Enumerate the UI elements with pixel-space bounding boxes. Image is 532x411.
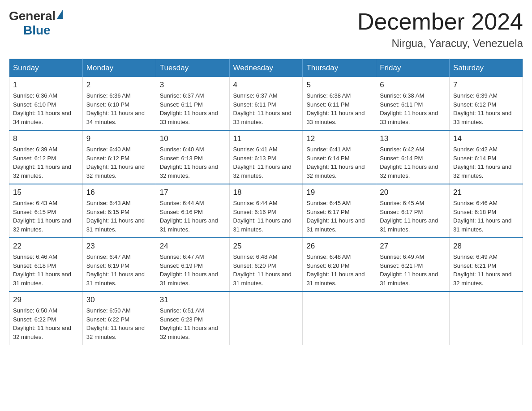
calendar-cell: 11 Sunrise: 6:41 AMSunset: 6:13 PMDaylig… — [229, 130, 303, 184]
page-header: General Blue December 2024 Nirgua, Yarac… — [9, 9, 523, 50]
calendar-week-row: 1 Sunrise: 6:36 AMSunset: 6:10 PMDayligh… — [9, 77, 523, 130]
day-info: Sunrise: 6:37 AMSunset: 6:11 PMDaylight:… — [233, 91, 299, 126]
logo-blue-text: Blue — [23, 23, 51, 38]
day-info: Sunrise: 6:51 AMSunset: 6:23 PMDaylight:… — [160, 306, 226, 341]
calendar-cell: 31 Sunrise: 6:51 AMSunset: 6:23 PMDaylig… — [156, 291, 229, 345]
day-number: 30 — [86, 295, 152, 304]
day-info: Sunrise: 6:45 AMSunset: 6:17 PMDaylight:… — [380, 199, 446, 234]
logo-general-text: General — [9, 9, 56, 23]
calendar-cell: 26 Sunrise: 6:48 AMSunset: 6:20 PMDaylig… — [303, 238, 376, 291]
calendar-cell: 8 Sunrise: 6:39 AMSunset: 6:12 PMDayligh… — [9, 130, 83, 184]
day-info: Sunrise: 6:47 AMSunset: 6:19 PMDaylight:… — [86, 253, 152, 287]
calendar-cell — [303, 291, 376, 345]
calendar-cell: 5 Sunrise: 6:38 AMSunset: 6:11 PMDayligh… — [303, 77, 376, 130]
day-number: 8 — [13, 134, 79, 143]
day-info: Sunrise: 6:48 AMSunset: 6:20 PMDaylight:… — [306, 253, 372, 287]
calendar-cell: 14 Sunrise: 6:42 AMSunset: 6:14 PMDaylig… — [450, 130, 523, 184]
day-number: 9 — [86, 134, 152, 143]
calendar-cell: 27 Sunrise: 6:49 AMSunset: 6:21 PMDaylig… — [376, 238, 450, 291]
day-info: Sunrise: 6:47 AMSunset: 6:19 PMDaylight:… — [160, 253, 226, 287]
day-number: 28 — [453, 242, 519, 251]
day-info: Sunrise: 6:45 AMSunset: 6:17 PMDaylight:… — [306, 199, 372, 234]
day-info: Sunrise: 6:46 AMSunset: 6:18 PMDaylight:… — [453, 199, 519, 234]
day-info: Sunrise: 6:44 AMSunset: 6:16 PMDaylight:… — [233, 199, 299, 234]
calendar-cell: 22 Sunrise: 6:46 AMSunset: 6:18 PMDaylig… — [9, 238, 83, 291]
day-number: 3 — [160, 81, 226, 90]
month-title: December 2024 — [357, 9, 523, 34]
calendar-cell: 28 Sunrise: 6:49 AMSunset: 6:21 PMDaylig… — [450, 238, 523, 291]
calendar-cell: 3 Sunrise: 6:37 AMSunset: 6:11 PMDayligh… — [156, 77, 229, 130]
day-number: 25 — [233, 242, 299, 251]
day-info: Sunrise: 6:49 AMSunset: 6:21 PMDaylight:… — [453, 253, 519, 287]
calendar-header-row: SundayMondayTuesdayWednesdayThursdayFrid… — [9, 59, 523, 77]
column-header-thursday: Thursday — [303, 59, 376, 77]
day-number: 17 — [160, 188, 226, 197]
calendar-cell: 19 Sunrise: 6:45 AMSunset: 6:17 PMDaylig… — [303, 184, 376, 238]
calendar-cell: 6 Sunrise: 6:38 AMSunset: 6:11 PMDayligh… — [376, 77, 450, 130]
column-header-saturday: Saturday — [450, 59, 523, 77]
calendar-week-row: 15 Sunrise: 6:43 AMSunset: 6:15 PMDaylig… — [9, 184, 523, 238]
day-info: Sunrise: 6:42 AMSunset: 6:14 PMDaylight:… — [453, 145, 519, 180]
calendar-week-row: 22 Sunrise: 6:46 AMSunset: 6:18 PMDaylig… — [9, 238, 523, 291]
calendar-cell: 18 Sunrise: 6:44 AMSunset: 6:16 PMDaylig… — [229, 184, 303, 238]
day-info: Sunrise: 6:38 AMSunset: 6:11 PMDaylight:… — [380, 91, 446, 126]
day-info: Sunrise: 6:36 AMSunset: 6:10 PMDaylight:… — [13, 91, 79, 126]
calendar-cell: 20 Sunrise: 6:45 AMSunset: 6:17 PMDaylig… — [376, 184, 450, 238]
column-header-sunday: Sunday — [9, 59, 83, 77]
day-info: Sunrise: 6:43 AMSunset: 6:15 PMDaylight:… — [13, 199, 79, 234]
day-number: 2 — [86, 81, 152, 90]
day-number: 31 — [160, 295, 226, 304]
day-number: 21 — [453, 188, 519, 197]
title-block: December 2024 Nirgua, Yaracuy, Venezuela — [357, 9, 523, 50]
calendar-cell: 10 Sunrise: 6:40 AMSunset: 6:13 PMDaylig… — [156, 130, 229, 184]
calendar-cell: 1 Sunrise: 6:36 AMSunset: 6:10 PMDayligh… — [9, 77, 83, 130]
calendar-cell: 17 Sunrise: 6:44 AMSunset: 6:16 PMDaylig… — [156, 184, 229, 238]
day-number: 19 — [306, 188, 372, 197]
calendar-cell: 7 Sunrise: 6:39 AMSunset: 6:12 PMDayligh… — [450, 77, 523, 130]
day-number: 1 — [13, 81, 79, 90]
day-info: Sunrise: 6:49 AMSunset: 6:21 PMDaylight:… — [380, 253, 446, 287]
day-number: 7 — [453, 81, 519, 90]
calendar-cell: 25 Sunrise: 6:48 AMSunset: 6:20 PMDaylig… — [229, 238, 303, 291]
day-info: Sunrise: 6:44 AMSunset: 6:16 PMDaylight:… — [160, 199, 226, 234]
day-number: 29 — [13, 295, 79, 304]
column-header-monday: Monday — [82, 59, 156, 77]
calendar-cell — [450, 291, 523, 345]
day-number: 16 — [86, 188, 152, 197]
calendar-cell — [376, 291, 450, 345]
calendar-cell: 30 Sunrise: 6:50 AMSunset: 6:22 PMDaylig… — [82, 291, 156, 345]
day-number: 15 — [13, 188, 79, 197]
location-subtitle: Nirgua, Yaracuy, Venezuela — [357, 37, 523, 50]
calendar-table: SundayMondayTuesdayWednesdayThursdayFrid… — [9, 59, 523, 345]
calendar-cell: 29 Sunrise: 6:50 AMSunset: 6:22 PMDaylig… — [9, 291, 83, 345]
day-number: 23 — [86, 242, 152, 251]
day-info: Sunrise: 6:37 AMSunset: 6:11 PMDaylight:… — [160, 91, 226, 126]
day-number: 13 — [380, 134, 446, 143]
day-number: 4 — [233, 81, 299, 90]
calendar-cell: 2 Sunrise: 6:36 AMSunset: 6:10 PMDayligh… — [82, 77, 156, 130]
day-number: 11 — [233, 134, 299, 143]
calendar-cell: 23 Sunrise: 6:47 AMSunset: 6:19 PMDaylig… — [82, 238, 156, 291]
day-info: Sunrise: 6:43 AMSunset: 6:15 PMDaylight:… — [86, 199, 152, 234]
day-number: 27 — [380, 242, 446, 251]
logo: General Blue — [9, 9, 63, 38]
calendar-cell: 12 Sunrise: 6:41 AMSunset: 6:14 PMDaylig… — [303, 130, 376, 184]
calendar-cell: 21 Sunrise: 6:46 AMSunset: 6:18 PMDaylig… — [450, 184, 523, 238]
day-number: 20 — [380, 188, 446, 197]
calendar-week-row: 8 Sunrise: 6:39 AMSunset: 6:12 PMDayligh… — [9, 130, 523, 184]
day-info: Sunrise: 6:39 AMSunset: 6:12 PMDaylight:… — [453, 91, 519, 126]
day-info: Sunrise: 6:40 AMSunset: 6:13 PMDaylight:… — [160, 145, 226, 180]
day-info: Sunrise: 6:36 AMSunset: 6:10 PMDaylight:… — [86, 91, 152, 126]
day-number: 12 — [306, 134, 372, 143]
day-number: 14 — [453, 134, 519, 143]
day-info: Sunrise: 6:40 AMSunset: 6:12 PMDaylight:… — [86, 145, 152, 180]
column-header-tuesday: Tuesday — [156, 59, 229, 77]
day-number: 24 — [160, 242, 226, 251]
calendar-week-row: 29 Sunrise: 6:50 AMSunset: 6:22 PMDaylig… — [9, 291, 523, 345]
logo-triangle-icon — [57, 10, 63, 19]
day-info: Sunrise: 6:38 AMSunset: 6:11 PMDaylight:… — [306, 91, 372, 126]
day-number: 18 — [233, 188, 299, 197]
column-header-friday: Friday — [376, 59, 450, 77]
day-info: Sunrise: 6:50 AMSunset: 6:22 PMDaylight:… — [13, 306, 79, 341]
day-info: Sunrise: 6:50 AMSunset: 6:22 PMDaylight:… — [86, 306, 152, 341]
